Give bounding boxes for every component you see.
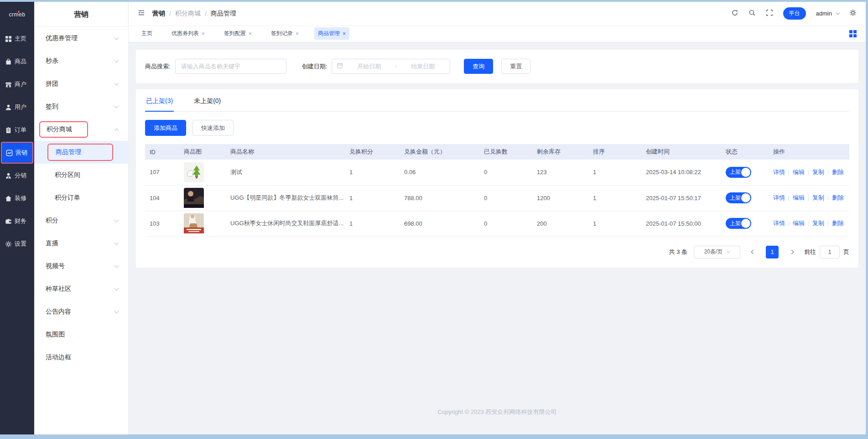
action-link-3[interactable]: 删除 (832, 194, 844, 201)
sidebar-item-merchant[interactable]: 商户 (0, 73, 34, 95)
status-toggle[interactable]: 上架 (726, 167, 751, 178)
status-toggle-label: 上架 (730, 194, 741, 202)
table-header-row: ID商品图商品名称兑换积分兑换金额（元）已兑换数剩余库存排序创建时间状态操作 (145, 144, 849, 160)
open-tab-coupon-list[interactable]: 优惠券列表× (168, 27, 208, 40)
refresh-icon[interactable] (731, 9, 738, 18)
menu-item-goods-manage[interactable]: 商品管理 (34, 141, 128, 164)
search-icon[interactable] (748, 9, 756, 18)
menu-item-live[interactable]: 直播 (34, 232, 128, 255)
action-link-0[interactable]: 详情 (773, 169, 785, 176)
close-icon[interactable]: × (249, 31, 252, 37)
action-link-3[interactable]: 删除 (832, 220, 844, 227)
quick-add-button[interactable]: 快速添加 (192, 120, 234, 136)
sidebar-item-order[interactable]: 订单 (0, 119, 34, 141)
tab-label: 签到配置 (224, 30, 246, 37)
collapse-menu-icon[interactable] (138, 9, 145, 18)
date-range-picker[interactable]: 开始日期 - 结束日期 (332, 59, 450, 74)
search-label: 商品搜索: (145, 62, 171, 71)
sidebar-item-finance[interactable]: 财务 (0, 210, 34, 232)
date-end-placeholder[interactable]: 结束日期 (400, 62, 445, 71)
menu-item-points-order[interactable]: 积分订单 (34, 186, 128, 209)
query-button[interactable]: 查询 (464, 59, 493, 74)
product-image[interactable] (184, 162, 204, 182)
gear-icon[interactable] (849, 9, 857, 18)
page-size-value: 20条/页 (704, 248, 723, 256)
action-link-1[interactable]: 编辑 (793, 220, 805, 227)
sidebar-item-goods[interactable]: 商品 (0, 51, 34, 72)
user-menu[interactable]: admin (816, 10, 832, 17)
action-link-2[interactable]: 复制 (812, 194, 824, 201)
next-page-button[interactable] (785, 246, 798, 258)
goods-card: 已上架(3)未上架(0) 添加商品 快速添加 ID商品图商品名称兑换积分兑换金额… (136, 89, 858, 268)
page-size-select[interactable]: 20条/页 (694, 246, 740, 258)
sidebar-item-marketing[interactable]: 营销 (1, 142, 33, 164)
menu-item-coupon-manage[interactable]: 优惠券管理 (34, 27, 128, 50)
breadcrumb-item[interactable]: 积分商城 (175, 10, 201, 18)
topbar: 营销 / 积分商城 / 商品管理 平台 (129, 2, 866, 25)
chart-icon (6, 150, 13, 156)
sidebar-item-label: 财务 (15, 217, 26, 225)
copyright-footer: Copyright © 2023 西安众邦网络科技有限公司 (129, 408, 866, 416)
action-link-1[interactable]: 编辑 (793, 194, 805, 201)
status-tab-on-shelf[interactable]: 已上架(3) (145, 89, 174, 112)
search-input[interactable] (175, 59, 286, 74)
menu-item-video-channel[interactable]: 视频号 (34, 255, 128, 278)
sidebar-item-home[interactable]: 主页 (0, 28, 34, 50)
table-cell: 103 (145, 211, 179, 236)
goto-page-input[interactable] (820, 246, 840, 258)
tab-options-grid-icon[interactable] (849, 30, 857, 37)
open-tab-sign-record[interactable]: 签到记录× (267, 27, 302, 40)
fullscreen-icon[interactable] (766, 9, 773, 18)
grid-icon (5, 36, 12, 42)
sidebar-item-user[interactable]: 用户 (0, 96, 34, 118)
column-header: 创建时间 (641, 144, 721, 160)
product-image[interactable] (184, 188, 204, 208)
store-icon (5, 81, 12, 88)
chevron-down-icon (114, 309, 119, 314)
action-link-0[interactable]: 详情 (773, 220, 785, 227)
open-tab-sign-config[interactable]: 签到配置× (220, 27, 255, 40)
close-icon[interactable]: × (343, 31, 346, 37)
menu-item-announcement[interactable]: 公告内容 (34, 300, 128, 323)
menu-item-activity-border[interactable]: 活动边框 (34, 346, 128, 369)
date-start-placeholder[interactable]: 开始日期 (347, 62, 391, 71)
action-separator (828, 170, 828, 175)
sidebar-item-settings[interactable]: 设置 (0, 233, 34, 255)
sidebar-item-label: 装修 (15, 194, 26, 202)
menu-item-points[interactable]: 积分 (34, 209, 128, 232)
table-cell: UGG【明星同款】冬季新款女士双面袜筒... (226, 185, 345, 211)
status-tab-off-shelf[interactable]: 未上架(0) (193, 89, 222, 112)
breadcrumb-item[interactable]: 营销 (152, 10, 165, 18)
menu-item-group-buy[interactable]: 拼团 (34, 72, 128, 95)
table-cell: 1 (588, 211, 641, 236)
menu-item-sign-in[interactable]: 签到 (34, 95, 128, 118)
action-link-0[interactable]: 详情 (773, 194, 785, 201)
status-toggle[interactable]: 上架 (726, 192, 751, 203)
open-tab-home[interactable]: 主页 (138, 27, 156, 40)
sidebar-item-decorate[interactable]: 装修 (0, 187, 34, 209)
menu-item-atmosphere[interactable]: 氛围图 (34, 323, 128, 346)
menu-item-points-mall[interactable]: 积分商城 (34, 118, 128, 141)
close-icon[interactable]: × (296, 31, 299, 37)
current-page-button[interactable]: 1 (766, 246, 779, 258)
reset-button[interactable]: 重置 (501, 59, 530, 74)
menu-item-community[interactable]: 种草社区 (34, 278, 128, 300)
platform-badge[interactable]: 平台 (783, 7, 806, 20)
action-link-1[interactable]: 编辑 (793, 169, 805, 176)
menu-item-points-range[interactable]: 积分区间 (34, 164, 128, 186)
prev-page-button[interactable] (747, 246, 759, 258)
action-link-2[interactable]: 复制 (812, 169, 824, 176)
action-link-2[interactable]: 复制 (812, 220, 824, 227)
status-toggle[interactable]: 上架 (726, 218, 751, 229)
gear-icon (5, 241, 12, 248)
chevron-down-icon[interactable] (836, 11, 840, 15)
sidebar-item-distribution[interactable]: 分销 (0, 165, 34, 186)
add-goods-button[interactable]: 添加商品 (145, 120, 186, 136)
sidebar-item-label: 营销 (16, 149, 27, 157)
close-icon[interactable]: × (202, 31, 205, 37)
open-tab-goods-manage[interactable]: 商品管理× (314, 27, 349, 40)
menu-item-seckill[interactable]: 秒杀 (34, 50, 128, 72)
product-image[interactable] (184, 213, 204, 233)
action-link-3[interactable]: 删除 (832, 169, 844, 176)
table-cell: 1 (345, 185, 400, 211)
